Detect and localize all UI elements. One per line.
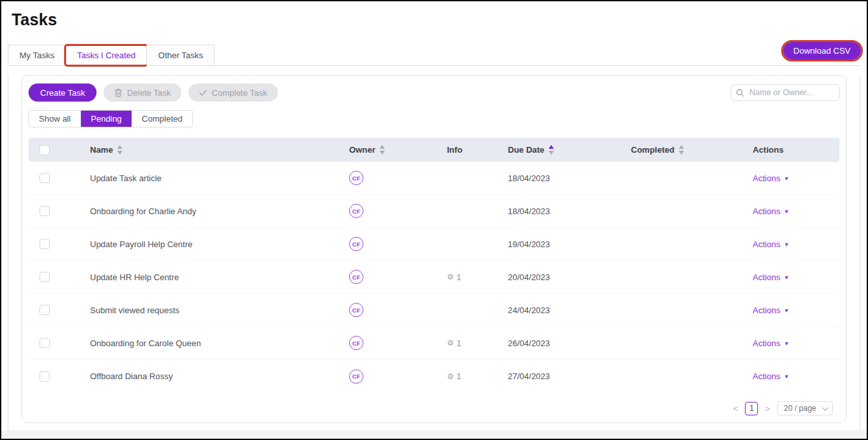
row-actions-dropdown[interactable]: Actions ▾ — [753, 239, 788, 249]
tab-content-panel: Create Task Delete Task Complete Task — [8, 75, 860, 440]
search-icon — [736, 88, 744, 100]
tab-my-tasks-label: My Tasks — [19, 50, 54, 60]
row-checkbox[interactable] — [40, 305, 50, 315]
page-title: Tasks — [12, 10, 862, 29]
task-name: Onboarding for Carole Queen — [90, 338, 349, 348]
complete-task-button[interactable]: Complete Task — [188, 83, 278, 102]
row-checkbox[interactable] — [40, 272, 50, 282]
page-bottom-margin — [1, 430, 867, 439]
filter-show-all[interactable]: Show all — [29, 111, 81, 127]
due-date: 27/04/2023 — [508, 371, 631, 381]
row-actions-label: Actions — [753, 206, 781, 216]
due-date: 19/04/2023 — [508, 239, 631, 249]
row-actions-dropdown[interactable]: Actions ▾ — [753, 272, 788, 282]
table-row: Update Task article CF ⚙ 18/04/2023 — [29, 162, 839, 195]
table-row: Update HR Help Centre CF ⚙ 1 20/04/2023 — [29, 261, 839, 294]
prev-page-button[interactable]: < — [732, 404, 740, 413]
due-date: 20/04/2023 — [508, 272, 631, 282]
owner-avatar[interactable]: CF — [349, 369, 363, 384]
delete-task-label: Delete Task — [127, 88, 171, 98]
delete-task-button[interactable]: Delete Task — [104, 83, 181, 102]
tab-other-tasks[interactable]: Other Tasks — [146, 45, 214, 66]
table-header: Name Owner Info Due Date — [29, 138, 839, 162]
info-badge: ⚙ 1 — [447, 371, 461, 381]
owner-avatar[interactable]: CF — [349, 237, 363, 251]
column-header-due-date[interactable]: Due Date — [508, 145, 544, 155]
row-checkbox[interactable] — [40, 173, 50, 183]
column-header-completed[interactable]: Completed — [631, 145, 674, 155]
row-actions-dropdown[interactable]: Actions ▾ — [753, 371, 788, 381]
create-task-button[interactable]: Create Task — [29, 83, 97, 102]
chevron-down-icon — [822, 404, 828, 411]
row-checkbox[interactable] — [40, 206, 50, 216]
task-name: Update Task article — [90, 173, 349, 183]
row-checkbox[interactable] — [40, 239, 50, 249]
task-name: Submit viewed requests — [90, 305, 349, 315]
chevron-down-icon: ▾ — [785, 340, 788, 347]
tasks-page: Tasks My Tasks Tasks I Created Other Tas… — [1, 10, 867, 440]
row-actions-label: Actions — [753, 272, 781, 282]
task-name: Offboard Diana Rossy — [90, 371, 349, 381]
info-count: 1 — [457, 338, 461, 348]
row-actions-label: Actions — [753, 173, 781, 183]
filter-completed[interactable]: Completed — [132, 111, 192, 127]
chevron-down-icon: ▾ — [785, 241, 788, 248]
download-csv-button[interactable]: Download CSV — [783, 42, 861, 60]
owner-avatar[interactable]: CF — [349, 204, 363, 218]
owner-avatar[interactable]: CF — [349, 270, 363, 284]
column-header-info: Info — [447, 145, 463, 155]
status-filter: Show all Pending Completed — [29, 110, 193, 127]
table-row: Submit viewed requests CF ⚙ 24/04/2023 — [29, 294, 839, 327]
row-actions-dropdown[interactable]: Actions ▾ — [753, 206, 788, 216]
page-size-select[interactable]: 20 / page — [777, 401, 833, 415]
due-date: 18/04/2023 — [508, 206, 631, 216]
chevron-down-icon: ▾ — [785, 274, 788, 281]
owner-avatar[interactable]: CF — [349, 171, 363, 185]
tab-tasks-i-created[interactable]: Tasks I Created — [65, 45, 147, 66]
row-checkbox[interactable] — [40, 371, 50, 382]
row-actions-dropdown[interactable]: Actions ▾ — [753, 305, 788, 315]
select-all-checkbox[interactable] — [40, 145, 50, 155]
info-count: 1 — [457, 272, 461, 282]
chevron-down-icon: ▾ — [785, 175, 788, 182]
check-icon — [199, 89, 207, 96]
search-box — [731, 84, 839, 101]
column-header-actions: Actions — [753, 145, 784, 155]
tab-other-tasks-label: Other Tasks — [158, 50, 203, 60]
info-badge: ⚙ 1 — [447, 272, 461, 282]
toolbar: Create Task Delete Task Complete Task — [29, 83, 839, 102]
row-actions-label: Actions — [753, 338, 781, 348]
row-checkbox[interactable] — [40, 338, 50, 348]
task-name: Update Payroll Help Centre — [90, 239, 349, 249]
current-page-button[interactable]: 1 — [745, 402, 758, 415]
row-actions-dropdown[interactable]: Actions ▾ — [753, 338, 788, 348]
due-date: 24/04/2023 — [508, 305, 631, 315]
row-actions-label: Actions — [753, 305, 781, 315]
owner-avatar[interactable]: CF — [349, 303, 363, 317]
search-input[interactable] — [731, 84, 839, 101]
owner-avatar[interactable]: CF — [349, 336, 363, 350]
gear-icon: ⚙ — [447, 338, 454, 347]
sort-icon-name[interactable] — [117, 145, 122, 155]
tab-my-tasks[interactable]: My Tasks — [8, 45, 66, 66]
tab-tasks-i-created-label: Tasks I Created — [77, 50, 135, 60]
column-header-name[interactable]: Name — [90, 145, 113, 155]
next-page-button[interactable]: > — [764, 404, 771, 413]
table-row: Offboard Diana Rossy CF ⚙ 1 27/04/2023 — [29, 360, 839, 393]
chevron-down-icon: ▾ — [785, 208, 788, 215]
task-name: Onboarding for Charlie Andy — [90, 206, 349, 216]
task-name: Update HR Help Centre — [90, 272, 349, 282]
row-actions-dropdown[interactable]: Actions ▾ — [753, 173, 788, 183]
highlight-box-download-csv: Download CSV — [781, 40, 863, 61]
sort-icon-owner[interactable] — [380, 145, 385, 155]
filter-pending[interactable]: Pending — [81, 111, 132, 127]
info-badge: ⚙ 1 — [447, 338, 461, 348]
sort-icon-due-date[interactable] — [549, 145, 554, 155]
row-actions-label: Actions — [753, 371, 781, 381]
table-row: Onboarding for Charlie Andy CF ⚙ 18/04/2… — [29, 195, 839, 228]
column-header-owner[interactable]: Owner — [349, 145, 375, 155]
tab-bar: My Tasks Tasks I Created Other Tasks Dow… — [8, 45, 860, 66]
sort-icon-completed[interactable] — [679, 145, 684, 155]
page-size-value: 20 / page — [784, 404, 816, 413]
chevron-down-icon: ▾ — [785, 373, 788, 380]
